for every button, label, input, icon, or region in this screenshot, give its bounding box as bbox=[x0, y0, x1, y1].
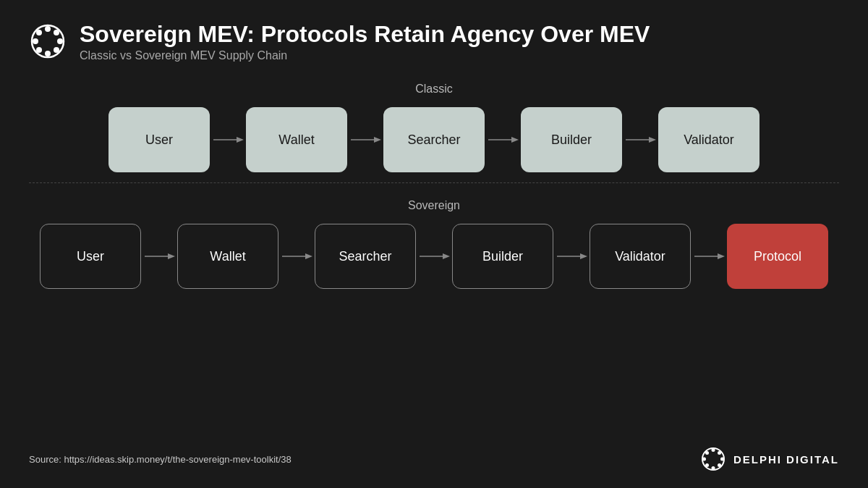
svg-point-31 bbox=[720, 458, 724, 461]
svg-marker-20 bbox=[305, 253, 312, 259]
sovereign-wallet-node: Wallet bbox=[177, 224, 278, 289]
svg-point-1 bbox=[45, 26, 51, 32]
header-text-block: Sovereign MEV: Protocols Retain Agency O… bbox=[80, 20, 650, 62]
svg-point-2 bbox=[45, 51, 51, 56]
classic-label: Classic bbox=[29, 83, 839, 96]
svg-point-35 bbox=[705, 463, 709, 467]
chains-container: Classic User Wallet Sea bbox=[0, 70, 868, 296]
classic-section: Classic User Wallet Sea bbox=[29, 70, 839, 180]
svg-point-5 bbox=[36, 30, 42, 35]
svg-marker-14 bbox=[511, 137, 519, 143]
page-subtitle: Classic vs Sovereign MEV Supply Chain bbox=[80, 49, 650, 62]
svg-marker-22 bbox=[443, 253, 450, 259]
source-text: Source: https://ideas.skip.money/t/the-s… bbox=[29, 454, 292, 465]
classic-user-node: User bbox=[109, 107, 210, 172]
classic-validator-node: Validator bbox=[658, 107, 760, 172]
classic-arrow-4 bbox=[622, 134, 658, 146]
svg-marker-18 bbox=[168, 253, 175, 259]
svg-point-4 bbox=[57, 38, 63, 44]
sovereign-validator-node: Validator bbox=[590, 224, 691, 289]
classic-arrow-3 bbox=[485, 134, 521, 146]
classic-arrow-2 bbox=[347, 134, 383, 146]
sovereign-arrow-3 bbox=[416, 251, 452, 262]
classic-arrow-1 bbox=[210, 134, 246, 146]
svg-point-32 bbox=[705, 451, 709, 455]
svg-marker-26 bbox=[718, 253, 725, 259]
classic-builder-node: Builder bbox=[521, 107, 622, 172]
sovereign-chain-row: User Wallet Searcher bbox=[29, 224, 839, 289]
svg-marker-16 bbox=[649, 137, 656, 143]
svg-point-8 bbox=[36, 47, 42, 53]
svg-point-6 bbox=[54, 47, 59, 53]
footer: Source: https://ideas.skip.money/t/the-s… bbox=[29, 446, 839, 472]
classic-searcher-node: Searcher bbox=[383, 107, 485, 172]
svg-point-3 bbox=[33, 38, 38, 44]
svg-point-7 bbox=[54, 30, 59, 35]
delphi-header-logo-icon bbox=[29, 22, 67, 60]
svg-point-33 bbox=[718, 463, 721, 467]
svg-point-29 bbox=[711, 466, 715, 470]
sovereign-user-node: User bbox=[40, 224, 141, 289]
sovereign-builder-node: Builder bbox=[452, 224, 553, 289]
sovereign-arrow-4 bbox=[553, 251, 590, 262]
classic-chain-row: User Wallet Searcher bbox=[29, 107, 839, 172]
section-divider bbox=[29, 182, 839, 183]
sovereign-section: Sovereign User Wallet S bbox=[29, 186, 839, 296]
classic-wallet-node: Wallet bbox=[246, 107, 347, 172]
delphi-brand-name: DELPHI DIGITAL bbox=[733, 453, 839, 466]
sovereign-arrow-2 bbox=[278, 251, 315, 262]
delphi-footer-logo-icon bbox=[700, 446, 726, 472]
header: Sovereign MEV: Protocols Retain Agency O… bbox=[0, 0, 868, 70]
svg-marker-24 bbox=[580, 253, 587, 259]
sovereign-label: Sovereign bbox=[29, 199, 839, 212]
sovereign-arrow-1 bbox=[141, 251, 177, 262]
page-title: Sovereign MEV: Protocols Retain Agency O… bbox=[80, 20, 650, 48]
svg-marker-10 bbox=[237, 137, 244, 143]
sovereign-arrow-5 bbox=[691, 251, 727, 262]
delphi-brand: DELPHI DIGITAL bbox=[700, 446, 839, 472]
sovereign-searcher-node: Searcher bbox=[315, 224, 416, 289]
svg-point-30 bbox=[702, 458, 706, 461]
sovereign-protocol-node: Protocol bbox=[727, 224, 828, 289]
svg-marker-12 bbox=[374, 137, 381, 143]
svg-point-28 bbox=[711, 448, 715, 452]
svg-point-34 bbox=[718, 451, 721, 455]
